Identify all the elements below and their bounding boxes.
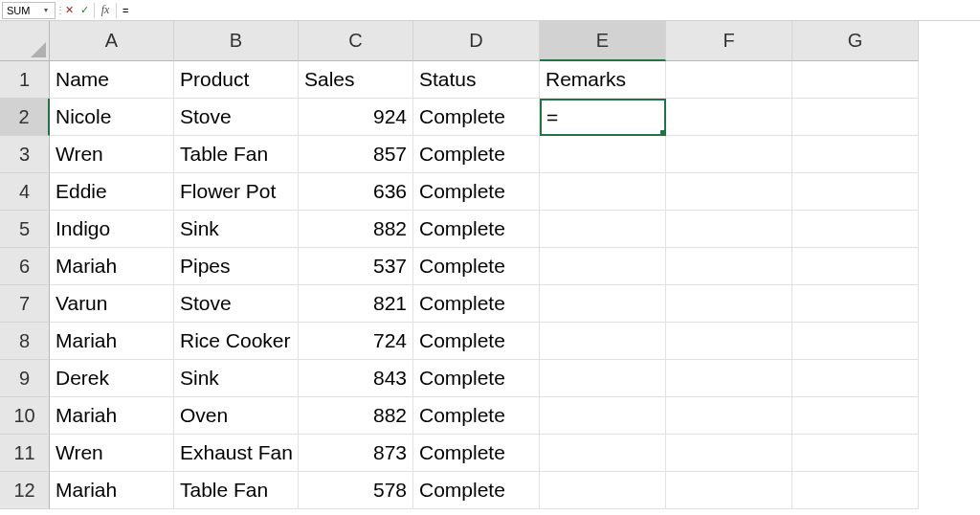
cell-D6[interactable]: Complete bbox=[413, 248, 540, 285]
cell-B1[interactable]: Product bbox=[174, 61, 299, 99]
row-header-1[interactable]: 1 bbox=[0, 61, 50, 99]
cell-A8[interactable]: Mariah bbox=[50, 323, 174, 360]
cell-D12[interactable]: Complete bbox=[413, 472, 540, 509]
cell-B10[interactable]: Oven bbox=[174, 397, 299, 435]
cell-C8[interactable]: 724 bbox=[299, 323, 413, 360]
cell-F3[interactable] bbox=[666, 136, 792, 173]
cell-G5[interactable] bbox=[792, 211, 919, 248]
cell-A11[interactable]: Wren bbox=[50, 435, 174, 472]
row-header-7[interactable]: 7 bbox=[0, 285, 50, 323]
cell-G2[interactable] bbox=[792, 99, 919, 136]
cell-F7[interactable] bbox=[666, 285, 792, 323]
row-header-3[interactable]: 3 bbox=[0, 136, 50, 173]
cell-D7[interactable]: Complete bbox=[413, 285, 540, 323]
cell-A7[interactable]: Varun bbox=[50, 285, 174, 323]
cell-B8[interactable]: Rice Cooker bbox=[174, 323, 299, 360]
col-header-A[interactable]: A bbox=[50, 21, 174, 61]
cell-A4[interactable]: Eddie bbox=[50, 173, 174, 211]
row-header-10[interactable]: 10 bbox=[0, 397, 50, 435]
cell-A6[interactable]: Mariah bbox=[50, 248, 174, 285]
cell-F11[interactable] bbox=[666, 435, 792, 472]
cell-E3[interactable] bbox=[540, 136, 666, 173]
cell-F1[interactable] bbox=[666, 61, 792, 99]
cell-B11[interactable]: Exhaust Fan bbox=[174, 435, 299, 472]
cell-A12[interactable]: Mariah bbox=[50, 472, 174, 509]
cell-D2[interactable]: Complete bbox=[413, 99, 540, 136]
cell-A9[interactable]: Derek bbox=[50, 360, 174, 397]
name-box[interactable]: SUM ▾ bbox=[2, 2, 56, 19]
formula-input[interactable] bbox=[119, 2, 978, 19]
cell-C12[interactable]: 578 bbox=[299, 472, 413, 509]
chevron-down-icon[interactable]: ▾ bbox=[41, 6, 51, 14]
cell-D3[interactable]: Complete bbox=[413, 136, 540, 173]
cell-C5[interactable]: 882 bbox=[299, 211, 413, 248]
row-header-11[interactable]: 11 bbox=[0, 435, 50, 472]
cell-G1[interactable] bbox=[792, 61, 919, 99]
cell-B6[interactable]: Pipes bbox=[174, 248, 299, 285]
cell-G11[interactable] bbox=[792, 435, 919, 472]
row-header-9[interactable]: 9 bbox=[0, 360, 50, 397]
cell-A1[interactable]: Name bbox=[50, 61, 174, 99]
cell-G7[interactable] bbox=[792, 285, 919, 323]
cell-B4[interactable]: Flower Pot bbox=[174, 173, 299, 211]
cell-A3[interactable]: Wren bbox=[50, 136, 174, 173]
cell-G6[interactable] bbox=[792, 248, 919, 285]
cell-E8[interactable] bbox=[540, 323, 666, 360]
cell-G10[interactable] bbox=[792, 397, 919, 435]
cell-C6[interactable]: 537 bbox=[299, 248, 413, 285]
cell-E5[interactable] bbox=[540, 211, 666, 248]
cell-C1[interactable]: Sales bbox=[299, 61, 413, 99]
cell-D10[interactable]: Complete bbox=[413, 397, 540, 435]
row-header-4[interactable]: 4 bbox=[0, 173, 50, 211]
cell-E11[interactable] bbox=[540, 435, 666, 472]
col-header-F[interactable]: F bbox=[666, 21, 792, 61]
cell-F5[interactable] bbox=[666, 211, 792, 248]
col-header-B[interactable]: B bbox=[174, 21, 299, 61]
cell-E1[interactable]: Remarks bbox=[540, 61, 666, 99]
cell-B12[interactable]: Table Fan bbox=[174, 472, 299, 509]
cell-A10[interactable]: Mariah bbox=[50, 397, 174, 435]
cell-C4[interactable]: 636 bbox=[299, 173, 413, 211]
cell-D5[interactable]: Complete bbox=[413, 211, 540, 248]
col-header-G[interactable]: G bbox=[792, 21, 919, 61]
cell-E6[interactable] bbox=[540, 248, 666, 285]
cell-E12[interactable] bbox=[540, 472, 666, 509]
insert-function-button[interactable]: fx bbox=[97, 3, 114, 17]
cell-F4[interactable] bbox=[666, 173, 792, 211]
cell-F9[interactable] bbox=[666, 360, 792, 397]
cell-B5[interactable]: Sink bbox=[174, 211, 299, 248]
cell-C11[interactable]: 873 bbox=[299, 435, 413, 472]
cell-D1[interactable]: Status bbox=[413, 61, 540, 99]
cell-C3[interactable]: 857 bbox=[299, 136, 413, 173]
row-header-2[interactable]: 2 bbox=[0, 99, 50, 136]
cell-B9[interactable]: Sink bbox=[174, 360, 299, 397]
enter-button[interactable]: ✓ bbox=[77, 2, 92, 19]
cell-E9[interactable] bbox=[540, 360, 666, 397]
cell-B7[interactable]: Stove bbox=[174, 285, 299, 323]
cell-A2[interactable]: Nicole bbox=[50, 99, 174, 136]
cell-B3[interactable]: Table Fan bbox=[174, 136, 299, 173]
cell-F2[interactable] bbox=[666, 99, 792, 136]
row-header-6[interactable]: 6 bbox=[0, 248, 50, 285]
cell-E7[interactable] bbox=[540, 285, 666, 323]
cell-F8[interactable] bbox=[666, 323, 792, 360]
cell-C9[interactable]: 843 bbox=[299, 360, 413, 397]
cell-E2[interactable]: = bbox=[540, 99, 666, 136]
cell-A5[interactable]: Indigo bbox=[50, 211, 174, 248]
cell-D8[interactable]: Complete bbox=[413, 323, 540, 360]
cell-G9[interactable] bbox=[792, 360, 919, 397]
cell-F6[interactable] bbox=[666, 248, 792, 285]
cell-G12[interactable] bbox=[792, 472, 919, 509]
cell-G3[interactable] bbox=[792, 136, 919, 173]
col-header-E[interactable]: E bbox=[540, 21, 666, 61]
row-header-12[interactable]: 12 bbox=[0, 472, 50, 509]
cancel-button[interactable]: ✕ bbox=[61, 2, 77, 19]
row-header-5[interactable]: 5 bbox=[0, 211, 50, 248]
cell-C10[interactable]: 882 bbox=[299, 397, 413, 435]
cell-D11[interactable]: Complete bbox=[413, 435, 540, 472]
cell-C2[interactable]: 924 bbox=[299, 99, 413, 136]
cell-F12[interactable] bbox=[666, 472, 792, 509]
cell-G4[interactable] bbox=[792, 173, 919, 211]
cell-D9[interactable]: Complete bbox=[413, 360, 540, 397]
cell-C7[interactable]: 821 bbox=[299, 285, 413, 323]
